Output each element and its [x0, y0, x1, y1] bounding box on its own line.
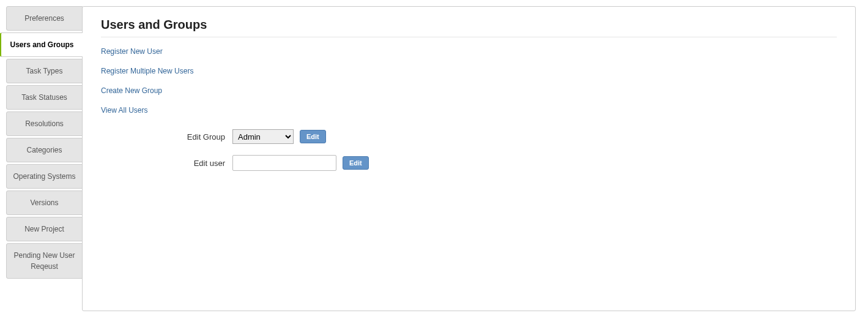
sidebar-item-categories[interactable]: Categories — [6, 138, 83, 162]
edit-user-input[interactable] — [232, 155, 336, 171]
sidebar-item-label: Pending New User Reqeust — [13, 251, 75, 271]
edit-user-row: Edit user Edit — [101, 155, 837, 171]
sidebar-item-users-groups[interactable]: Users and Groups — [0, 32, 83, 57]
sidebar-item-label: Categories — [26, 146, 62, 154]
action-links: Register New User Register Multiple New … — [101, 47, 837, 115]
sidebar-item-pending-user-request[interactable]: Pending New User Reqeust — [6, 243, 83, 279]
main-panel: Users and Groups Register New User Regis… — [82, 6, 856, 311]
register-new-user-link[interactable]: Register New User — [101, 47, 837, 56]
edit-group-select[interactable]: Admin — [232, 129, 294, 144]
create-new-group-link[interactable]: Create New Group — [101, 86, 837, 95]
sidebar-item-label: Users and Groups — [10, 40, 73, 49]
edit-group-row: Edit Group Admin Edit — [101, 129, 837, 144]
sidebar-item-label: Task Types — [26, 67, 63, 75]
sidebar-item-label: New Project — [24, 225, 64, 233]
sidebar-item-label: Preferences — [24, 14, 64, 23]
sidebar-item-label: Operating Systems — [13, 172, 75, 181]
sidebar-item-task-statuses[interactable]: Task Statuses — [6, 85, 83, 110]
sidebar-item-preferences[interactable]: Preferences — [6, 6, 83, 31]
sidebar-item-label: Versions — [30, 198, 58, 207]
container: Preferences Users and Groups Task Types … — [0, 0, 868, 313]
edit-user-button[interactable]: Edit — [343, 156, 369, 170]
view-all-users-link[interactable]: View All Users — [101, 106, 837, 115]
register-multiple-users-link[interactable]: Register Multiple New Users — [101, 67, 837, 75]
sidebar-item-label: Resolutions — [25, 119, 64, 128]
edit-user-label: Edit user — [101, 159, 232, 168]
edit-group-label: Edit Group — [101, 132, 232, 141]
sidebar-item-versions[interactable]: Versions — [6, 190, 83, 215]
sidebar-item-operating-systems[interactable]: Operating Systems — [6, 164, 83, 189]
sidebar: Preferences Users and Groups Task Types … — [0, 6, 83, 313]
sidebar-item-label: Task Statuses — [21, 93, 67, 102]
sidebar-item-task-types[interactable]: Task Types — [6, 59, 83, 83]
page-title: Users and Groups — [101, 18, 837, 37]
sidebar-item-new-project[interactable]: New Project — [6, 217, 83, 241]
sidebar-item-resolutions[interactable]: Resolutions — [6, 111, 83, 136]
edit-group-button[interactable]: Edit — [300, 130, 326, 143]
